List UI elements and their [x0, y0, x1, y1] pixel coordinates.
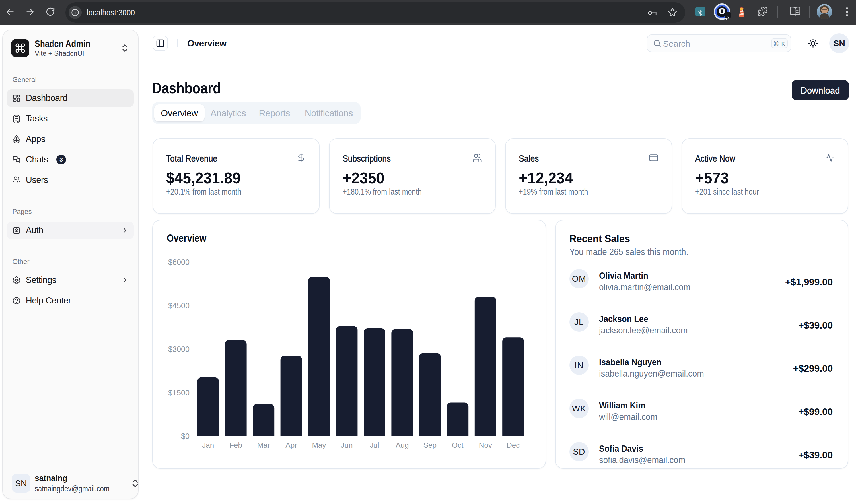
svg-text:$0: $0 [181, 432, 190, 440]
svg-text:May: May [312, 441, 326, 449]
svg-text:$1500: $1500 [168, 389, 190, 397]
svg-text:Oct: Oct [452, 441, 464, 449]
svg-text:Feb: Feb [229, 441, 242, 449]
svg-text:Sep: Sep [423, 441, 437, 449]
svg-text:Dec: Dec [507, 441, 520, 449]
svg-text:Mar: Mar [257, 441, 270, 449]
svg-text:Jan: Jan [202, 441, 214, 449]
svg-text:$3000: $3000 [168, 345, 190, 354]
svg-text:$6000: $6000 [168, 258, 190, 267]
svg-text:Jun: Jun [340, 441, 353, 449]
svg-text:Aug: Aug [396, 441, 409, 449]
svg-text:Apr: Apr [285, 441, 297, 449]
svg-text:Jul: Jul [370, 441, 379, 449]
svg-text:Nov: Nov [479, 441, 492, 449]
svg-text:$4500: $4500 [168, 302, 190, 310]
